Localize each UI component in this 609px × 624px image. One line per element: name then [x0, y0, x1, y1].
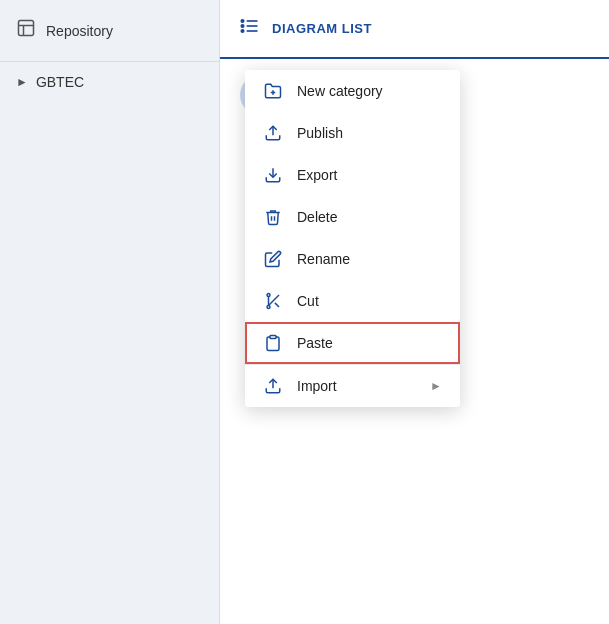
export-icon [263, 166, 283, 184]
svg-point-19 [267, 306, 270, 309]
svg-rect-22 [270, 336, 276, 339]
diagram-list-title: DIAGRAM LIST [272, 21, 372, 36]
context-menu: New category Publish Export [245, 70, 460, 407]
import-icon [263, 377, 283, 395]
svg-point-6 [241, 30, 244, 33]
repository-icon [16, 18, 36, 43]
menu-item-new-category[interactable]: New category [245, 70, 460, 112]
gbtec-label: GBTEC [36, 74, 84, 90]
menu-item-export[interactable]: Export [245, 154, 460, 196]
submenu-arrow-icon: ► [430, 379, 442, 393]
main-header: DIAGRAM LIST [220, 0, 609, 59]
sidebar-header: Repository [0, 0, 219, 62]
delete-label: Delete [297, 209, 442, 225]
new-category-label: New category [297, 83, 442, 99]
export-label: Export [297, 167, 442, 183]
menu-item-paste[interactable]: Paste [245, 322, 460, 364]
svg-point-4 [241, 20, 244, 23]
svg-point-5 [241, 25, 244, 28]
menu-item-delete[interactable]: Delete [245, 196, 460, 238]
sidebar-item-gbtec[interactable]: ► GBTEC [0, 62, 219, 102]
publish-icon [263, 124, 283, 142]
menu-item-rename[interactable]: Rename [245, 238, 460, 280]
svg-point-20 [267, 294, 270, 297]
svg-rect-0 [19, 21, 34, 36]
menu-item-publish[interactable]: Publish [245, 112, 460, 154]
sidebar: Repository ► GBTEC [0, 0, 220, 624]
sidebar-title: Repository [46, 23, 113, 39]
menu-item-cut[interactable]: Cut [245, 280, 460, 322]
menu-item-import[interactable]: Import ► [245, 365, 460, 407]
chevron-right-icon: ► [16, 75, 28, 89]
cut-label: Cut [297, 293, 442, 309]
cut-icon [263, 292, 283, 310]
delete-icon [263, 208, 283, 226]
rename-label: Rename [297, 251, 442, 267]
paste-label: Paste [297, 335, 442, 351]
publish-label: Publish [297, 125, 442, 141]
list-icon [240, 16, 260, 41]
import-label: Import [297, 378, 416, 394]
rename-icon [263, 250, 283, 268]
folder-plus-icon [263, 82, 283, 100]
paste-icon [263, 334, 283, 352]
